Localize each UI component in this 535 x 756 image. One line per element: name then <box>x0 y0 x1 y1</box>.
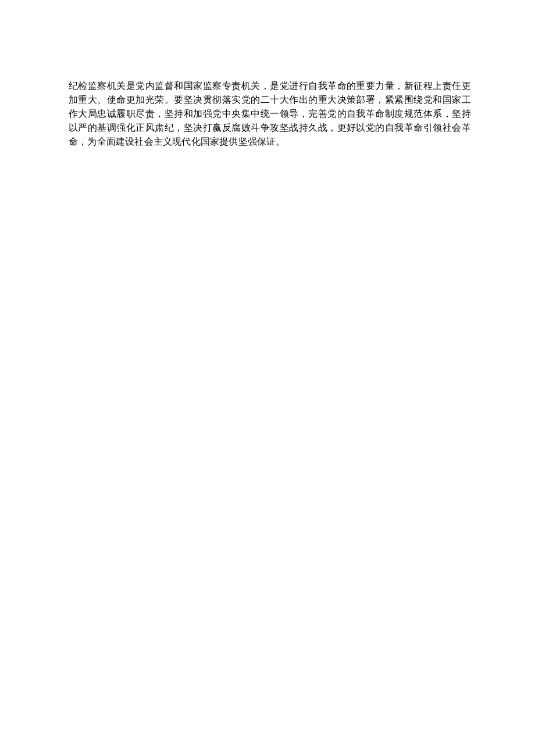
body-paragraph: 纪检监察机关是党内监督和国家监察专责机关，是党进行自我革命的重要力量，新征程上责… <box>69 79 471 149</box>
document-page: 纪检监察机关是党内监督和国家监察专责机关，是党进行自我革命的重要力量，新征程上责… <box>0 0 535 149</box>
